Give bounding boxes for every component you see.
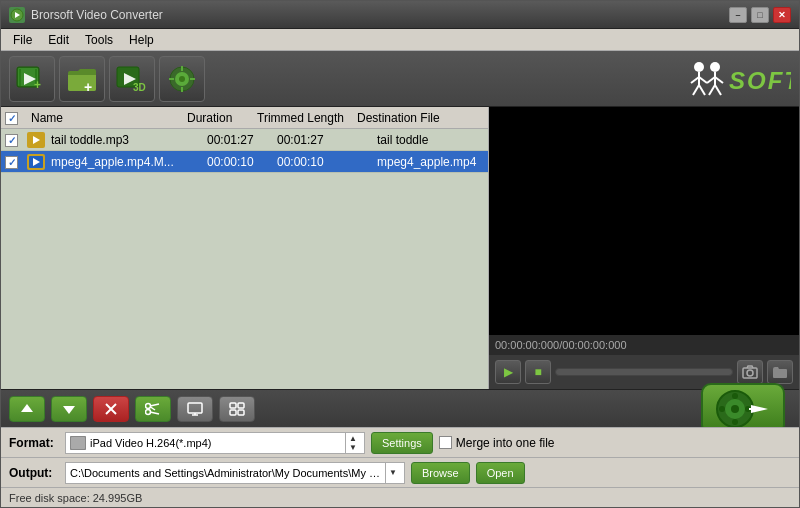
output-down-arrow-icon: ▼: [389, 468, 397, 477]
row1-name: tail toddle.mp3: [47, 133, 207, 147]
format-select[interactable]: iPad Video H.264(*.mp4) ▲ ▼: [65, 432, 365, 454]
move-up-button[interactable]: [9, 396, 45, 422]
folder-button[interactable]: [767, 360, 793, 384]
main-toolbar: + + 3D: [1, 51, 799, 107]
menu-edit[interactable]: Edit: [40, 31, 77, 49]
add-folder-button[interactable]: +: [59, 56, 105, 102]
menu-help[interactable]: Help: [121, 31, 162, 49]
svg-line-22: [699, 77, 707, 83]
row1-checkbox[interactable]: [5, 134, 18, 147]
svg-point-25: [710, 62, 720, 72]
svg-marker-39: [63, 406, 75, 414]
output-row: Output: C:\Documents and Settings\Admini…: [1, 457, 799, 487]
svg-text:+: +: [84, 79, 92, 95]
format-file-icon: [70, 436, 86, 450]
menu-file[interactable]: File: [5, 31, 40, 49]
seek-bar[interactable]: [555, 368, 733, 376]
window-controls: – □ ✕: [729, 7, 791, 23]
svg-line-44: [150, 404, 159, 406]
row2-file-icon: [27, 154, 45, 170]
merge-checkbox[interactable]: [439, 436, 452, 449]
svg-rect-17: [169, 78, 174, 80]
app-icon: [9, 7, 25, 23]
open-button[interactable]: Open: [476, 462, 525, 484]
svg-rect-52: [230, 410, 236, 415]
browse-button[interactable]: Browse: [411, 462, 470, 484]
svg-rect-4: [19, 69, 21, 86]
row2-check[interactable]: [5, 155, 27, 169]
main-content: Name Duration Trimmed Length Destination…: [1, 107, 799, 389]
svg-line-23: [693, 85, 699, 95]
table-header: Name Duration Trimmed Length Destination…: [1, 107, 488, 129]
stop-button[interactable]: ■: [525, 360, 551, 384]
output-label: Output:: [9, 466, 59, 480]
add-3d-button[interactable]: 3D: [109, 56, 155, 102]
preview-screen: [489, 107, 799, 335]
svg-line-21: [691, 77, 699, 83]
row2-checkbox[interactable]: [5, 156, 18, 169]
maximize-button[interactable]: □: [751, 7, 769, 23]
up-arrow-icon: ▲: [349, 434, 357, 443]
svg-rect-16: [181, 87, 183, 92]
row1-duration: 00:01:27: [207, 133, 277, 147]
row1-check[interactable]: [5, 133, 27, 147]
title-bar: Brorsoft Video Converter – □ ✕: [1, 1, 799, 29]
grid-button[interactable]: [219, 396, 255, 422]
play-button[interactable]: ▶: [495, 360, 521, 384]
svg-rect-53: [238, 410, 244, 415]
svg-rect-18: [190, 78, 195, 80]
svg-rect-15: [181, 66, 183, 71]
svg-rect-47: [188, 403, 202, 413]
gear-button[interactable]: [159, 56, 205, 102]
row2-name: mpeg4_apple.mp4.M...: [47, 155, 207, 169]
preview-timestamp: 00:00:00:000/00:00:00:000: [495, 339, 627, 351]
row1-trimmed: 00:01:27: [277, 133, 377, 147]
window-title: Brorsoft Video Converter: [31, 8, 729, 22]
snapshot-button[interactable]: [737, 360, 763, 384]
preview-area: 00:00:00:000/00:00:00:000 ▶ ■: [489, 107, 799, 389]
select-all-checkbox[interactable]: [5, 112, 18, 125]
file-list-area: Name Duration Trimmed Length Destination…: [1, 107, 489, 389]
svg-line-30: [715, 85, 721, 95]
minimize-button[interactable]: –: [729, 7, 747, 23]
main-window: Brorsoft Video Converter – □ ✕ File Edit…: [0, 0, 800, 508]
svg-line-24: [699, 85, 705, 95]
svg-text:SOFT: SOFT: [729, 67, 791, 94]
svg-point-14: [179, 76, 185, 82]
bottom-section: Format: iPad Video H.264(*.mp4) ▲ ▼ Sett…: [1, 389, 799, 507]
status-bar: Free disk space: 24.995GB: [1, 487, 799, 507]
menu-bar: File Edit Tools Help: [1, 29, 799, 51]
svg-text:+: +: [34, 78, 41, 92]
menu-tools[interactable]: Tools: [77, 31, 121, 49]
trim-button[interactable]: [135, 396, 171, 422]
header-trimmed: Trimmed Length: [257, 111, 357, 125]
svg-point-60: [719, 406, 725, 412]
close-button[interactable]: ✕: [773, 7, 791, 23]
disk-space-text: Free disk space: 24.995GB: [9, 492, 142, 504]
format-row: Format: iPad Video H.264(*.mp4) ▲ ▼ Sett…: [1, 427, 799, 457]
settings-button[interactable]: Settings: [371, 432, 433, 454]
monitor-button[interactable]: [177, 396, 213, 422]
svg-line-27: [707, 77, 715, 83]
move-down-button[interactable]: [51, 396, 87, 422]
header-destination: Destination File: [357, 111, 488, 125]
row2-destination: mpeg4_apple.mp4: [377, 155, 488, 169]
header-duration: Duration: [187, 111, 257, 125]
table-row[interactable]: tail toddle.mp3 00:01:27 00:01:27 tail t…: [1, 129, 488, 151]
output-path-display: C:\Documents and Settings\Administrator\…: [65, 462, 405, 484]
down-arrow-icon: ▼: [349, 443, 357, 452]
output-dropdown-arrow[interactable]: ▼: [385, 463, 400, 483]
output-path-text: C:\Documents and Settings\Administrator\…: [70, 467, 385, 479]
add-video-button[interactable]: +: [9, 56, 55, 102]
merge-label: Merge into one file: [456, 436, 555, 450]
svg-point-59: [732, 419, 738, 425]
delete-button[interactable]: [93, 396, 129, 422]
svg-text:3D: 3D: [133, 82, 146, 93]
row2-duration: 00:00:10: [207, 155, 277, 169]
format-dropdown-arrows[interactable]: ▲ ▼: [345, 433, 360, 453]
svg-marker-62: [751, 405, 768, 413]
merge-checkbox-area[interactable]: Merge into one file: [439, 436, 555, 450]
svg-point-43: [146, 409, 151, 414]
svg-line-28: [715, 77, 723, 83]
table-row[interactable]: mpeg4_apple.mp4.M... 00:00:10 00:00:10 m…: [1, 151, 488, 173]
